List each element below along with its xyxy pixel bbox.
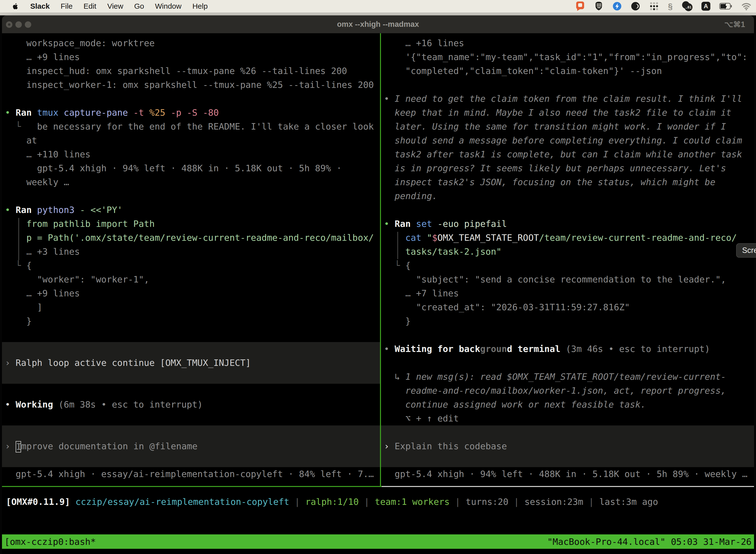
text-segment: | [514, 497, 524, 507]
terminal-row: › Ralph loop active continue [OMX_TMUX_I… [5, 356, 380, 370]
pane-border-bottom-left [2, 486, 382, 487]
terminal-row: tasks/task-2.json" [384, 245, 754, 259]
terminal-window: omx --xhigh --madmax ⌥⌘1 workspace_mode:… [2, 15, 754, 554]
terminal-row: '{"team_name":"my-team","task_id":"1","f… [384, 50, 754, 64]
dots-grid-icon[interactable] [649, 1, 659, 11]
badge-61-icon[interactable]: ..61 [682, 1, 693, 11]
text-segment: └ [5, 121, 21, 131]
text-segment: • [384, 219, 395, 229]
terminal-row: p = Path('.omx/state/team/review-current… [5, 231, 380, 245]
terminal-row: ] [5, 300, 380, 314]
left-pane[interactable]: workspace_mode: worktree … +9 lines insp… [2, 33, 380, 486]
text-segment: (6m 38s • esc to interrupt) [59, 399, 203, 409]
terminal-row: gpt-5.4 xhigh · essay/ai-reimplementatio… [5, 467, 380, 481]
menu-bar: Slack FileEditViewGoWindowHelp § ..61 A [0, 0, 756, 12]
text-segment: … +9 lines [5, 288, 80, 298]
terminal-row: • Ran tmux capture-pane -t %25 -p -S -80 [5, 106, 380, 120]
text-segment: | [455, 497, 465, 507]
menu-item-window[interactable]: Window [155, 2, 182, 10]
text-segment: continue assigned work or next feasible … [384, 399, 646, 409]
menu-item-go[interactable]: Go [134, 2, 144, 10]
terminal-row: continue assigned work or next feasible … [384, 398, 754, 411]
text-segment: I need to get the claim token from the c… [395, 94, 742, 104]
text-segment: 1 new msg(s): read $OMX_TEAM_STATE_ROOT/… [405, 372, 726, 382]
text-segment: %25 [149, 107, 171, 118]
window-title: omx --xhigh --madmax [2, 15, 754, 33]
text-segment: task2 after task1 is complete, but can I… [384, 149, 742, 159]
terminal-row: inspect task2's JSON, focusing on the st… [384, 175, 754, 189]
text-segment: OMX_TEAM_STATE_ROOT [438, 233, 539, 243]
text-segment: tasks/task-2.json" [384, 246, 502, 257]
text-segment: $ [432, 233, 438, 243]
terminal-row: weekly … [5, 175, 380, 189]
terminal-row: • I need to get the claim token from the… [384, 92, 754, 106]
text-segment: inspect task2's JSON, focusing on the st… [384, 177, 715, 187]
badge-61-label: ..61 [685, 3, 693, 11]
terminal-row: task2 after task1 is complete, but can I… [384, 148, 754, 161]
text-segment: "completed","claim_token":"claim-token"}… [384, 66, 662, 76]
terminal-row: … +7 lines [384, 286, 754, 300]
terminal-row: "worker": "worker-1", [5, 273, 380, 286]
text-segment: from pathlib import Path [5, 219, 154, 229]
text-segment: capture-pane [64, 107, 133, 118]
right-pane[interactable]: … +16 lines '{"team_name":"my-team","tas… [381, 33, 754, 486]
text-segment: is in progress? It seems likely but perh… [384, 163, 726, 173]
text-segment: inspect_hud: omx sparkshell --tmux-pane … [5, 66, 347, 76]
text-segment: Explain this codebase [395, 441, 507, 451]
terminal-row: from pathlib import Path [5, 217, 380, 231]
text-segment: keep that in mind. Maybe I also need the… [384, 107, 732, 118]
text-segment: tmux [37, 107, 64, 118]
terminal-row: └ { [384, 259, 754, 273]
text-segment: turns:20 [465, 497, 514, 507]
text-segment: • [5, 205, 16, 215]
text-cursor: I [16, 441, 21, 452]
text-segment: • [5, 107, 16, 118]
terminal-row: └ { [5, 259, 380, 273]
terminal-row: } [384, 314, 754, 328]
desktop-strip [0, 12, 756, 15]
terminal-row: should send a message before completing … [384, 133, 754, 148]
keyboard-layout-icon[interactable]: A [701, 2, 710, 11]
text-segment: Ran [16, 107, 37, 118]
text-segment: - <<'PY' [80, 205, 123, 215]
text-segment: › [5, 441, 16, 451]
tmux-status-bar: [omx-cczip0:bash* "MacBook-Pro-44.local"… [2, 535, 754, 549]
terminal-row: … +16 lines [384, 36, 754, 50]
omx-status-line: [OMX#0.11.9] cczip/essay/ai-reimplementa… [6, 495, 658, 509]
dark-crescent-icon[interactable] [631, 1, 640, 11]
menu-items: FileEditViewGoWindowHelp [61, 2, 208, 10]
text-segment: d terminal [507, 344, 566, 354]
text-segment: workspace_mode: worktree [5, 38, 154, 48]
terminal-row: keep that in mind. Maybe I also need the… [384, 106, 754, 120]
text-segment: | [295, 497, 305, 507]
wifi-icon[interactable] [741, 2, 752, 11]
terminal-row: is in progress? It seems likely but perh… [384, 161, 754, 175]
text-segment: readme-and-reco/mailbox/worker-1.json, a… [384, 385, 726, 396]
shield-grid-icon[interactable] [594, 1, 604, 11]
terminal-body: workspace_mode: worktree … +9 lines insp… [2, 33, 754, 554]
chat-app-icon[interactable] [575, 1, 585, 12]
text-segment: later. Using the same for transition mig… [384, 121, 726, 131]
pane-border-bottom-right [382, 486, 754, 487]
terminal-row: • Ran set -euo pipefail [384, 217, 754, 231]
text-segment: "worker": "worker-1", [5, 274, 149, 284]
menu-item-view[interactable]: View [107, 2, 123, 10]
hook-icon[interactable]: § [668, 1, 673, 11]
text-segment: • [384, 344, 395, 354]
text-segment: be necessary for the end of the README. … [21, 121, 374, 131]
menu-item-file[interactable]: File [61, 2, 72, 10]
text-segment: p = Path('.omx/state/team/review-current… [5, 233, 374, 243]
menu-item-edit[interactable]: Edit [83, 2, 97, 10]
apple-menu-icon[interactable] [11, 2, 19, 10]
terminal-row: • Waiting for background terminal (3m 46… [384, 342, 754, 356]
battery-charging-icon[interactable] [719, 2, 732, 10]
menu-item-help[interactable]: Help [192, 2, 208, 10]
terminal-row: • Ran python3 - <<'PY' [5, 203, 380, 217]
text-segment: └ [384, 260, 405, 271]
status-icons: § ..61 A [575, 1, 756, 12]
text-segment: cat [384, 233, 427, 243]
window-titlebar[interactable]: omx --xhigh --madmax ⌥⌘1 [2, 15, 754, 34]
terminal-row: • Working (6m 38s • esc to interrupt) [5, 398, 380, 411]
blue-bolt-icon[interactable] [612, 1, 622, 11]
active-app-menu[interactable]: Slack [30, 2, 50, 10]
